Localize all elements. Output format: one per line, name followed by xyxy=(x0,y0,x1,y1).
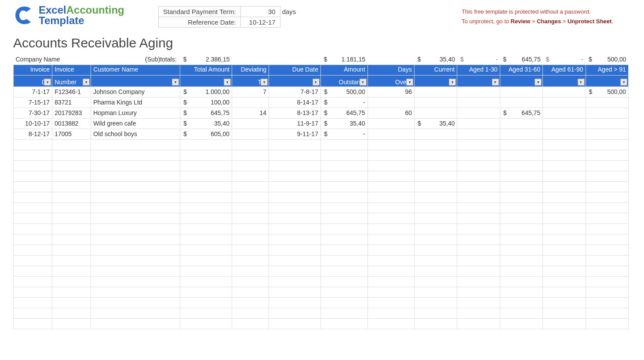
table-row-empty xyxy=(14,297,629,308)
subtotal-aged-1-30: - xyxy=(457,54,500,65)
table-row-empty xyxy=(14,192,629,202)
hdr-due-date[interactable]: Due Date xyxy=(269,65,321,75)
table-row-empty xyxy=(14,160,629,171)
filter-arrow-icon[interactable]: ▾ xyxy=(224,79,231,86)
table-row-empty xyxy=(14,139,629,150)
subtotal-total-amount: 2.386,15 xyxy=(180,54,232,65)
logo-word-3: Template xyxy=(39,14,84,26)
subtotal-aged-91: 500,00 xyxy=(586,54,628,65)
hdr-invoice-num[interactable]: Invoice xyxy=(52,65,91,75)
filter-arrow-icon[interactable]: ▾ xyxy=(83,79,90,86)
subtotals-row: Company Name (Sub)totals: 2.386,15 1.181… xyxy=(14,54,629,65)
filter-arrow-icon[interactable]: ▾ xyxy=(578,79,585,86)
logo-icon xyxy=(13,4,35,26)
table-row-empty xyxy=(14,171,629,181)
ref-label: Reference Date: xyxy=(159,17,241,28)
meta-table: Standard Payment Term: 30 days Reference… xyxy=(158,6,320,28)
filter-arrow-icon[interactable]: ▾ xyxy=(620,79,627,86)
hdr-days-overdue[interactable]: Days xyxy=(367,65,415,75)
company-name-label: Company Name xyxy=(14,54,91,65)
protection-notice: This free template is protected without … xyxy=(462,7,613,26)
table-row-empty xyxy=(14,223,629,234)
hdr-total-amount[interactable]: Total Amount xyxy=(180,65,232,75)
filter-arrow-icon[interactable]: ▾ xyxy=(261,79,268,86)
term-label: Standard Payment Term: xyxy=(159,7,241,17)
aging-table: Company Name (Sub)totals: 2.386,15 1.181… xyxy=(13,54,629,329)
notice-line-2: To unprotect, go to Review > Changes > U… xyxy=(462,17,613,26)
logo-word-2: Accounting xyxy=(66,4,124,16)
table-row-empty xyxy=(14,181,629,192)
table-row-empty xyxy=(14,255,629,266)
filter-arrow-icon[interactable]: ▾ xyxy=(313,79,320,86)
table-row-empty xyxy=(14,234,629,245)
hdr-invoice-date[interactable]: Invoice xyxy=(14,65,52,75)
subtotal-current: 35,40 xyxy=(415,54,457,65)
header-row-1: Invoice Invoice Customer Name Total Amou… xyxy=(14,65,629,75)
filter-arrow-icon[interactable]: ▾ xyxy=(44,79,51,86)
table-row-empty xyxy=(14,266,629,276)
notice-line-1: This free template is protected without … xyxy=(462,7,613,17)
filter-arrow-icon[interactable]: ▾ xyxy=(360,79,367,86)
hdr-aged-31-60[interactable]: Aged 31-60 xyxy=(500,65,542,75)
table-row: 10-10-170013882Wild green cafe35,4011-9-… xyxy=(14,118,629,129)
filter-arrow-icon[interactable]: ▾ xyxy=(535,79,542,86)
table-row-empty xyxy=(14,245,629,255)
header-row-2: Da▾ Number▾ ▾ ▾ Ter▾ ▾ Outstandi▾ Overd▾… xyxy=(14,75,629,86)
filter-arrow-icon[interactable]: ▾ xyxy=(172,79,179,86)
table-row-empty xyxy=(14,287,629,297)
subtotal-aged-61-90: - xyxy=(543,54,586,65)
filter-arrow-icon[interactable]: ▾ xyxy=(406,79,413,86)
term-unit: days xyxy=(280,7,320,17)
logo-word-1: Excel xyxy=(39,4,66,16)
subtotals-label: (Sub)totals: xyxy=(91,54,180,65)
subtotal-outstanding: 1.181,15 xyxy=(320,54,367,65)
hdr-amount-out[interactable]: Amount xyxy=(320,65,367,75)
subtotal-aged-31-60: 645,75 xyxy=(500,54,542,65)
table-row-empty xyxy=(14,213,629,223)
table-row-empty xyxy=(14,150,629,160)
table-row-empty xyxy=(14,276,629,287)
ref-value[interactable]: 10-12-17 xyxy=(240,17,280,28)
hdr-aged-91[interactable]: Aged > 91 xyxy=(586,65,628,75)
page-title: Accounts Receivable Aging xyxy=(13,36,644,50)
filter-arrow-icon[interactable]: ▾ xyxy=(449,79,456,86)
table-row: 7-30-1720179283Hopman Luxury645,75148-13… xyxy=(14,108,629,118)
brand-logo: ExcelAccounting Template xyxy=(13,4,149,26)
hdr-aged-61-90[interactable]: Aged 61-90 xyxy=(543,65,586,75)
term-value[interactable]: 30 xyxy=(240,7,280,17)
hdr-current[interactable]: Current xyxy=(415,65,457,75)
hdr-aged-1-30[interactable]: Aged 1-30 xyxy=(457,65,500,75)
table-row: 8-12-1717005Old school boys605,009-11-17 xyxy=(14,129,629,139)
hdr-customer[interactable]: Customer Name xyxy=(91,65,180,75)
table-row: 7-15-1783721Pharma Kings Ltd100,008-14-1… xyxy=(14,97,629,108)
table-row-empty xyxy=(14,308,629,318)
table-row: 7-1-17F12346-1Johnson Company1.000,0077-… xyxy=(14,86,629,97)
table-row-empty xyxy=(14,202,629,213)
filter-arrow-icon[interactable]: ▾ xyxy=(492,79,499,86)
table-row-empty xyxy=(14,318,629,329)
hdr-deviating[interactable]: Deviating xyxy=(232,65,269,75)
